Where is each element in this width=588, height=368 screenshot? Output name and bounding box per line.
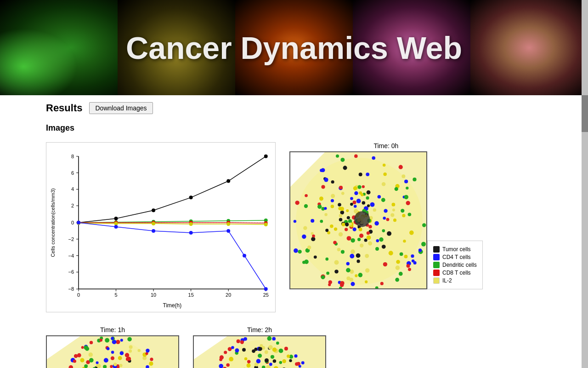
svg-point-699	[284, 347, 288, 351]
svg-point-201	[338, 203, 341, 207]
images-grid: 8 6 4 2 0 −2 −4 −6	[46, 142, 542, 368]
legend-label-dendritic: Dendritic cells	[442, 262, 477, 268]
svg-point-163	[351, 282, 355, 286]
svg-point-596	[279, 361, 283, 364]
legend-item-dendritic: Dendritic cells	[433, 262, 477, 268]
svg-point-237	[367, 236, 371, 240]
svg-point-220	[353, 228, 356, 231]
svg-point-294	[116, 340, 120, 344]
svg-point-179	[302, 235, 306, 239]
svg-point-156	[343, 166, 347, 170]
svg-point-213	[324, 178, 328, 182]
svg-point-593	[265, 351, 268, 354]
svg-point-211	[379, 237, 383, 242]
svg-point-299	[137, 349, 140, 352]
svg-point-202	[357, 185, 361, 189]
svg-point-229	[391, 203, 395, 207]
svg-point-122	[311, 237, 315, 241]
svg-point-219	[324, 213, 327, 216]
svg-point-246	[326, 271, 329, 275]
svg-point-208	[334, 260, 339, 264]
legend-item-cd4: CD4 T cells	[433, 254, 477, 260]
download-images-button[interactable]: Download Images	[89, 102, 153, 114]
svg-point-186	[324, 207, 327, 210]
svg-point-129	[339, 186, 343, 190]
svg-point-581	[273, 359, 276, 362]
svg-point-215	[404, 195, 408, 199]
svg-point-41	[189, 196, 193, 199]
svg-point-184	[345, 228, 348, 231]
svg-point-259	[399, 272, 403, 276]
legend-box: Tumor cells CD4 T cells Dendritic cells	[427, 241, 483, 289]
svg-point-413	[129, 350, 132, 353]
scrollbar[interactable]	[582, 0, 588, 368]
scrollbar-thumb[interactable]	[582, 95, 588, 132]
svg-point-64	[152, 229, 155, 233]
svg-text:2: 2	[71, 203, 74, 208]
svg-point-74	[401, 174, 405, 178]
svg-point-466	[113, 362, 117, 366]
svg-point-77	[347, 216, 350, 219]
svg-text:Cells concentration(cells/mm3): Cells concentration(cells/mm3)	[50, 188, 56, 257]
svg-point-443	[80, 358, 84, 362]
svg-point-112	[321, 185, 325, 189]
svg-point-124	[353, 186, 357, 190]
svg-point-264	[294, 220, 296, 223]
svg-point-280	[321, 276, 325, 280]
svg-point-640	[256, 359, 261, 363]
svg-point-422	[110, 365, 113, 368]
svg-point-573	[247, 360, 250, 363]
svg-point-692	[301, 361, 305, 364]
svg-point-181	[373, 208, 376, 212]
svg-point-140	[400, 252, 403, 256]
svg-point-161	[304, 204, 308, 208]
svg-point-59	[189, 222, 193, 226]
svg-point-489	[120, 339, 123, 342]
svg-point-113	[346, 209, 349, 212]
svg-point-130	[305, 194, 308, 197]
svg-point-78	[406, 201, 410, 205]
svg-point-123	[346, 262, 350, 265]
svg-point-536	[244, 357, 248, 361]
svg-point-548	[229, 357, 233, 362]
svg-point-684	[252, 350, 255, 353]
svg-point-103	[392, 209, 395, 212]
scatter-1-container: Time: 1h	[46, 326, 179, 368]
svg-point-147	[355, 274, 357, 277]
svg-point-486	[127, 337, 132, 342]
svg-point-175	[346, 268, 351, 273]
legend-color-dendritic	[433, 262, 440, 268]
legend-color-il2	[433, 277, 440, 284]
svg-text:−6: −6	[68, 269, 74, 275]
svg-point-650	[226, 363, 230, 367]
svg-point-242	[390, 213, 394, 217]
svg-point-194	[366, 172, 369, 176]
svg-point-39	[114, 217, 118, 220]
svg-point-250	[361, 193, 363, 196]
svg-text:5: 5	[114, 292, 117, 298]
svg-point-478	[77, 353, 81, 357]
svg-point-176	[351, 238, 355, 242]
scatter-2-time-label: Time: 2h	[247, 326, 272, 334]
svg-point-217	[325, 258, 328, 261]
svg-text:8: 8	[71, 154, 74, 159]
svg-text:0: 0	[71, 220, 74, 225]
svg-point-481	[81, 346, 84, 349]
svg-point-472	[90, 341, 93, 344]
svg-point-234	[356, 259, 360, 263]
svg-point-162	[375, 247, 379, 251]
svg-point-710	[267, 336, 271, 341]
legend-label-cd8: CD8 T cells	[442, 270, 471, 276]
svg-point-433	[89, 358, 94, 362]
svg-text:6: 6	[71, 170, 74, 176]
svg-point-603	[279, 349, 283, 353]
svg-point-172	[367, 190, 371, 195]
svg-text:−2: −2	[68, 236, 74, 242]
svg-point-63	[114, 225, 118, 229]
svg-text:−8: −8	[68, 286, 74, 292]
svg-point-276	[298, 250, 301, 253]
svg-point-281	[328, 283, 331, 286]
svg-point-228	[381, 198, 385, 202]
images-section-title: Images	[46, 123, 542, 133]
svg-point-497	[150, 358, 153, 361]
